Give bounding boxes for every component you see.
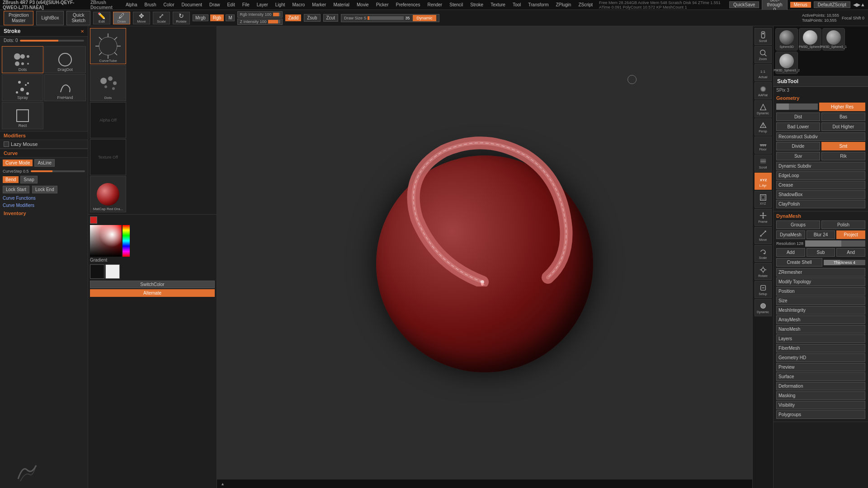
m-button[interactable]: M (226, 14, 235, 21)
menu-texture[interactable]: Texture (489, 2, 507, 8)
scale-icon-btn[interactable]: Move (755, 227, 772, 244)
blur-button[interactable]: Blur 24 (807, 230, 835, 239)
menu-movie[interactable]: Movie (355, 2, 371, 8)
dynamic2-icon-btn[interactable]: Setup (755, 281, 772, 298)
xyz-icon-btn[interactable]: XYZ L.Ayr (755, 173, 772, 190)
dynamic-subdiv-button[interactable]: Dynamic Subdiv (776, 162, 865, 170)
layer-icon-btn[interactable]: Scroll (755, 155, 772, 172)
array-mesh-button[interactable]: ArrayMesh (776, 315, 865, 324)
persp-icon-btn[interactable]: Persp (755, 118, 772, 136)
zoom-icon-btn[interactable]: Zoom (755, 46, 772, 63)
stroke-close-icon[interactable]: ✕ (80, 29, 84, 34)
zremesher-button[interactable]: ZRemesher (776, 268, 865, 277)
inventory-section[interactable]: Inventory (0, 209, 88, 218)
brush-spray[interactable]: Spray (2, 74, 43, 101)
lazy-mouse-checkbox[interactable] (4, 141, 9, 147)
solo-icon-btn[interactable]: Dynamic (755, 299, 772, 316)
sub-button[interactable]: Sub (807, 248, 835, 257)
shadow-box-button[interactable]: ShadowBox (776, 190, 865, 199)
scroll-icon-btn[interactable]: Scroll (755, 28, 772, 45)
zcut-button[interactable]: Zcut (323, 14, 338, 22)
menu-light[interactable]: Light (274, 2, 287, 8)
geometry-title[interactable]: Geometry (776, 95, 865, 101)
floor-icon-btn[interactable]: Floor (755, 136, 772, 154)
lightbox-button[interactable]: LightBox (36, 11, 64, 25)
polygroups-button[interactable]: Polygroups (776, 410, 865, 419)
modifiers-header[interactable]: Modifiers (0, 131, 88, 140)
bend-button[interactable]: Bend (3, 176, 19, 183)
menu-tool[interactable]: Tool (511, 2, 523, 8)
quick-sketch-button[interactable]: Quick Sketch (66, 11, 90, 25)
surface-button[interactable]: Surface (776, 372, 865, 381)
menu-file[interactable]: File (241, 2, 251, 8)
menu-alpha[interactable]: Alpha (124, 2, 139, 8)
asline-button[interactable]: AsLine (34, 159, 55, 167)
mesh-integrity-button[interactable]: MeshIntegrity (776, 306, 865, 314)
dots-slider[interactable] (20, 40, 84, 42)
dynamesh-button[interactable]: DynaMesh (776, 230, 805, 239)
resolution-slider[interactable] (805, 240, 865, 247)
rgb-button[interactable]: Rgb (210, 14, 224, 21)
quick-save-button[interactable]: QuickSave (729, 1, 759, 8)
divide-button[interactable]: Divide (776, 142, 820, 150)
actual-icon-btn[interactable]: 1:1 Actual (755, 64, 772, 81)
project-button[interactable]: Project (836, 230, 865, 239)
move-icon-btn[interactable]: Frame (755, 209, 772, 226)
z-intensity-bar[interactable]: Z Intensity 100 (237, 19, 283, 25)
clay-polish-button[interactable]: ClayPolish (776, 200, 865, 208)
zsub-button[interactable]: Zsub (304, 14, 320, 22)
groups-button[interactable]: Groups (776, 221, 820, 229)
scale-button[interactable]: ⤢ Scale (153, 12, 170, 24)
menu-render[interactable]: Render (425, 2, 444, 8)
menu-brush[interactable]: Brush (142, 2, 158, 8)
bad-lower-button[interactable]: Bad Lower (776, 122, 820, 131)
tool-thumb-pm3d-sphere32[interactable]: PM3D_Sphere3_2 (775, 52, 798, 74)
brush-thumb-dots[interactable]: Dots (90, 65, 126, 101)
rotate-icon-btn[interactable]: Scale (755, 245, 772, 262)
dot-higher-button[interactable]: Dot Higher (821, 122, 865, 131)
menu-layer[interactable]: Layer (255, 2, 270, 8)
higher-res-button[interactable]: Higher Res (819, 103, 865, 111)
fiber-mesh-button[interactable]: FiberMesh (776, 344, 865, 352)
move-button[interactable]: ✥ Move (133, 12, 150, 24)
nano-mesh-button[interactable]: NanoMesh (776, 325, 865, 333)
black-swatch[interactable] (90, 264, 104, 279)
preview-button[interactable]: Preview (776, 363, 865, 371)
tool-thumb-pm3d-sphere31[interactable]: PM3D_Sphere3_1 (822, 28, 845, 51)
menu-edit[interactable]: Edit (225, 2, 236, 8)
menu-marker[interactable]: Marker (310, 2, 328, 8)
brush-thumb-curvetube[interactable]: CurveTube (90, 28, 126, 64)
add-button[interactable]: Add (776, 248, 805, 257)
default-ui-button[interactable]: DefaultZScript (814, 1, 850, 8)
bas-button[interactable]: Bas (821, 113, 865, 121)
brush-dots[interactable]: Dots (2, 46, 43, 73)
reconstruct-subdiv-button[interactable]: Reconstruct Subdiv (776, 132, 865, 141)
dynamic-button[interactable]: Dynamic (413, 15, 436, 21)
frame-icon-btn[interactable]: XYZ (755, 191, 772, 208)
curve-mode-button[interactable]: Curve Mode (3, 160, 33, 166)
modify-topology-button[interactable]: Modify Topology (776, 277, 865, 286)
menu-zscript[interactable]: ZScript (576, 2, 594, 8)
edit-button[interactable]: ✏️ Edit (93, 12, 110, 24)
snap-button[interactable]: Snap (20, 176, 37, 183)
draw-size-slider[interactable] (368, 16, 404, 20)
lock-start-button[interactable]: Lock Start (3, 186, 29, 193)
masking-button[interactable]: Masking (776, 391, 865, 400)
menu-transform[interactable]: Transform (526, 2, 550, 8)
polish-button[interactable]: Polish (821, 221, 865, 229)
brush-thumb-texture-off[interactable]: Texture Off (90, 139, 126, 175)
white-swatch[interactable] (105, 264, 120, 279)
brush-thumb-alpha-off[interactable]: Alpha Off (90, 102, 126, 138)
menus-button[interactable]: Menus (790, 2, 811, 8)
layers-button[interactable]: Layers (776, 334, 865, 343)
nav-icons[interactable]: ◀▶▲ (853, 2, 865, 8)
mrgb-button[interactable]: Mrgb (193, 14, 208, 21)
rotate-button[interactable]: ↻ Rotate (173, 12, 190, 24)
rik-button[interactable]: Rik (821, 152, 865, 160)
dynamic-icon-btn[interactable]: Dynamic (755, 100, 772, 117)
geometry-hd-button[interactable]: Geometry HD (776, 353, 865, 362)
crease-button[interactable]: Crease (776, 181, 865, 189)
menu-stencil[interactable]: Stencil (448, 2, 465, 8)
color-picker-box[interactable] (90, 225, 122, 257)
brush-rect[interactable]: Rect (2, 102, 43, 129)
